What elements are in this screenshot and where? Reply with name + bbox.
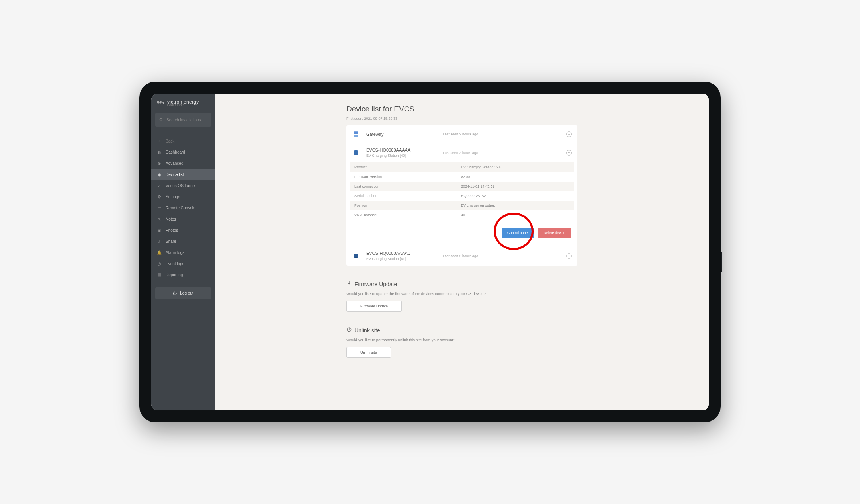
detail-label: Firmware version bbox=[354, 175, 461, 179]
collapse-toggle[interactable]: − bbox=[566, 150, 572, 156]
detail-label: VRM instance bbox=[354, 213, 461, 217]
evcs-icon bbox=[352, 149, 360, 157]
plus-icon: + bbox=[208, 272, 210, 277]
expand-toggle[interactable]: + bbox=[566, 131, 572, 137]
power-icon: ⏻ bbox=[173, 291, 177, 295]
gear-icon: ⚙ bbox=[157, 194, 162, 199]
unlink-title: Unlink site bbox=[346, 327, 577, 334]
detail-label: Last connection bbox=[354, 184, 461, 188]
logout-label: Log out bbox=[180, 291, 193, 295]
device-seen-text: Last seen 2 hours ago bbox=[443, 132, 560, 136]
sidebar: victron energy BLUE POWER ‹ Back ◐ Dashb… bbox=[151, 94, 215, 410]
logout-button[interactable]: ⏻ Log out bbox=[155, 287, 211, 299]
nav-label: Venus OS Large bbox=[166, 184, 195, 188]
pin-icon: ◉ bbox=[157, 172, 162, 177]
nav-label: Photos bbox=[166, 228, 178, 232]
svg-point-0 bbox=[160, 118, 162, 121]
unlink-section: Unlink site Would you like to permanentl… bbox=[346, 327, 577, 358]
tablet-frame: victron energy BLUE POWER ‹ Back ◐ Dashb… bbox=[139, 82, 721, 422]
nav-label: Reporting bbox=[166, 273, 183, 277]
report-icon: ▤ bbox=[157, 272, 162, 277]
detail-row: Product EV Charging Station 32A bbox=[350, 162, 574, 172]
sliders-icon: ⚙ bbox=[157, 161, 162, 166]
nav-back[interactable]: ‹ Back bbox=[151, 135, 215, 147]
nav-label: Remote Console bbox=[166, 206, 195, 210]
nav-advanced[interactable]: ⚙ Advanced bbox=[151, 158, 215, 169]
gateway-icon bbox=[352, 130, 360, 138]
svg-point-8 bbox=[356, 256, 357, 258]
search-icon bbox=[159, 116, 163, 123]
nav-label: Settings bbox=[166, 195, 180, 199]
nav-label: Dashboard bbox=[166, 150, 185, 154]
unlink-site-button[interactable]: Unlink site bbox=[346, 347, 391, 358]
nav-notes[interactable]: ✎ Notes bbox=[151, 213, 215, 225]
detail-label: Serial number bbox=[354, 194, 461, 198]
expand-toggle[interactable]: + bbox=[566, 253, 572, 259]
chevron-left-icon: ‹ bbox=[157, 139, 162, 143]
device-sub: EV Charging Station [41] bbox=[366, 257, 436, 261]
nav-label: Share bbox=[166, 239, 176, 244]
control-panel-button[interactable]: Control panel bbox=[502, 228, 534, 238]
power-icon bbox=[346, 327, 352, 334]
svg-point-6 bbox=[356, 153, 357, 154]
device-name: EVCS-HQ0000AAAAA bbox=[366, 148, 436, 152]
nav-label: Event logs bbox=[166, 262, 184, 266]
brand-icon bbox=[157, 98, 165, 107]
firmware-desc: Would you like to update the firmware of… bbox=[346, 291, 577, 296]
nav-share[interactable]: ⤴ Share bbox=[151, 236, 215, 247]
nav-label-back: Back bbox=[166, 139, 174, 143]
detail-value: HQ0000AAAAA bbox=[461, 194, 569, 198]
detail-row: Serial number HQ0000AAAAA bbox=[350, 191, 574, 201]
section-title-text: Unlink site bbox=[354, 327, 380, 334]
nav-label: Advanced bbox=[166, 161, 183, 166]
nav-settings[interactable]: ⚙ Settings + bbox=[151, 191, 215, 202]
nav-section: ‹ Back ◐ Dashboard ⚙ Advanced ◉ Device l… bbox=[151, 135, 215, 280]
nav-remote-console[interactable]: ▭ Remote Console bbox=[151, 202, 215, 213]
device-sub: EV Charging Station [40] bbox=[366, 154, 436, 158]
svg-rect-3 bbox=[354, 135, 358, 137]
nav-photos[interactable]: ▣ Photos bbox=[151, 225, 215, 236]
nav-event-logs[interactable]: ◷ Event logs bbox=[151, 258, 215, 269]
share-icon: ⤴ bbox=[157, 239, 162, 244]
detail-value: EV charger on output bbox=[461, 203, 569, 207]
nav-device-list[interactable]: ◉ Device list bbox=[151, 169, 215, 180]
section-title-text: Firmware Update bbox=[354, 281, 397, 287]
plus-icon: + bbox=[208, 194, 210, 199]
unlink-desc: Would you like to permanently unlink thi… bbox=[346, 338, 577, 342]
detail-value: 40 bbox=[461, 213, 569, 217]
search-box[interactable] bbox=[155, 113, 211, 127]
download-icon bbox=[346, 281, 352, 287]
device-row-gateway[interactable]: Gateway Last seen 2 hours ago + bbox=[346, 125, 577, 143]
device-card: Gateway Last seen 2 hours ago + EVCS-HQ0… bbox=[346, 125, 577, 266]
main-content: Device list for EVCS First seen: 2021-09… bbox=[215, 94, 709, 410]
monitor-icon: ▭ bbox=[157, 205, 162, 210]
clock-icon: ◷ bbox=[157, 261, 162, 266]
nav-label: Device list bbox=[166, 172, 184, 177]
bell-icon: 🔔 bbox=[157, 250, 162, 255]
image-icon: ▣ bbox=[157, 228, 162, 232]
nav-alarm-logs[interactable]: 🔔 Alarm logs bbox=[151, 247, 215, 258]
nav-label: Alarm logs bbox=[166, 250, 184, 255]
detail-row: Firmware version v2.00 bbox=[350, 172, 574, 182]
firmware-update-button[interactable]: Firmware Update bbox=[346, 301, 402, 312]
detail-value: 2024-11-01 14:43:31 bbox=[461, 184, 569, 188]
device-row-evcs-1[interactable]: EVCS-HQ0000AAAAA EV Charging Station [40… bbox=[346, 143, 577, 162]
detail-label: Product bbox=[354, 165, 461, 169]
evcs-icon bbox=[352, 252, 360, 260]
tablet-screen: victron energy BLUE POWER ‹ Back ◐ Dashb… bbox=[151, 94, 709, 410]
device-row-evcs-2[interactable]: EVCS-HQ0000AAAAB EV Charging Station [41… bbox=[346, 246, 577, 266]
svg-line-1 bbox=[162, 121, 163, 122]
detail-row: Position EV charger on output bbox=[350, 201, 574, 210]
svg-rect-2 bbox=[354, 131, 358, 134]
detail-value: v2.00 bbox=[461, 175, 569, 179]
nav-reporting[interactable]: ▤ Reporting + bbox=[151, 269, 215, 280]
delete-device-button[interactable]: Delete device bbox=[538, 228, 571, 238]
nav-dashboard[interactable]: ◐ Dashboard bbox=[151, 147, 215, 158]
detail-row: Last connection 2024-11-01 14:43:31 bbox=[350, 182, 574, 191]
logo: victron energy BLUE POWER bbox=[151, 94, 215, 111]
search-input[interactable] bbox=[166, 118, 207, 122]
note-icon: ✎ bbox=[157, 217, 162, 221]
expand-icon: ⤢ bbox=[157, 183, 162, 188]
nav-venus[interactable]: ⤢ Venus OS Large bbox=[151, 180, 215, 191]
first-seen-text: First seen: 2021-09-07 15:29:33 bbox=[346, 117, 577, 121]
